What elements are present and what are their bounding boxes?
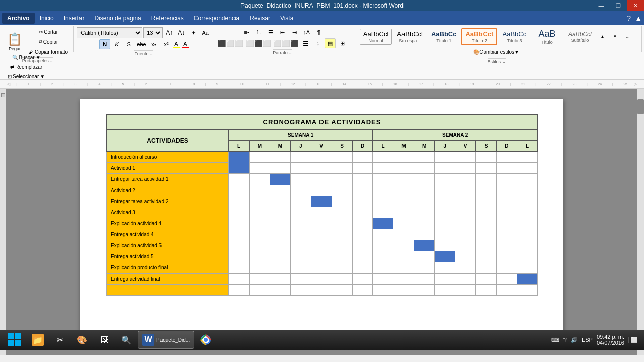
copy-button[interactable]: ⧉Copiar: [26, 37, 70, 46]
grow-font-btn[interactable]: A↑: [164, 28, 175, 38]
bold-btn[interactable]: N: [99, 39, 110, 49]
day-cell: [393, 251, 414, 262]
underline-btn[interactable]: S: [123, 39, 134, 49]
borders-btn[interactable]: ⊞: [337, 38, 348, 48]
cambiar-estilos-icon: 🎨: [473, 49, 479, 55]
bullets-btn[interactable]: ≡•: [241, 27, 252, 37]
strikethrough-btn[interactable]: abc: [135, 39, 147, 49]
font-color-btn[interactable]: A: [182, 41, 189, 48]
multilevel-btn[interactable]: ☰: [265, 27, 276, 37]
keyboard-icon[interactable]: ⌨: [551, 337, 559, 343]
volume-icon[interactable]: 🔊: [571, 337, 578, 343]
day-cell: [435, 152, 455, 163]
day-cell: [290, 207, 311, 218]
align-right-btn[interactable]: ⬜⬜⬛: [273, 38, 299, 48]
styles-scroll-down[interactable]: ▼: [609, 34, 620, 40]
activity-name-cell: Actividad 3: [107, 207, 229, 218]
style-subtitulo[interactable]: AaBbCcl Subtítulo: [564, 29, 595, 44]
menu-revisar[interactable]: Revisar: [245, 13, 275, 24]
highlight-btn[interactable]: A: [173, 41, 180, 48]
maximize-btn[interactable]: ❐: [610, 0, 627, 11]
menu-diseno[interactable]: Diseño de página: [89, 13, 146, 24]
taskbar-image[interactable]: 🖼: [94, 331, 115, 349]
styles-scroll-up[interactable]: ▲: [597, 34, 608, 40]
minimize-btn[interactable]: —: [593, 0, 610, 11]
day-cell: [332, 229, 352, 240]
close-btn[interactable]: ✕: [627, 0, 644, 11]
taskbar-chrome[interactable]: [195, 331, 216, 349]
increase-indent-btn[interactable]: ⇥: [289, 27, 300, 37]
align-left-btn[interactable]: ⬛⬜⬜: [217, 38, 244, 48]
menu-referencias[interactable]: Referencias: [146, 13, 189, 24]
change-case-btn[interactable]: Aa: [200, 28, 211, 38]
font-size-select[interactable]: 13: [143, 27, 163, 38]
shrink-font-btn[interactable]: A↓: [176, 28, 187, 38]
menu-insertar[interactable]: Insertar: [59, 13, 90, 24]
day-cell: [455, 229, 476, 240]
ribbon-minimize-icon[interactable]: ▲: [635, 14, 642, 22]
taskbar: 📁 ✂ 🎨 🖼 🔍 W Paquete_Did... ⌨ ? 🔊 E: [0, 330, 644, 350]
menu-archivo[interactable]: Archivo: [2, 13, 35, 24]
taskbar-explorer[interactable]: 📁: [27, 331, 48, 349]
day-cell: [373, 274, 393, 285]
menu-inicio[interactable]: Inicio: [35, 13, 59, 24]
page-navigator-btn[interactable]: [1, 93, 5, 97]
style-normal[interactable]: AaBbCcl Normal: [360, 29, 392, 45]
style-titulo3[interactable]: AaBbCc Título 3: [499, 29, 530, 45]
day-S1: S: [332, 141, 352, 152]
day-cell: [290, 163, 311, 174]
question-icon[interactable]: ?: [564, 337, 567, 343]
chrome-icon: [200, 334, 212, 346]
language-badge[interactable]: ESP: [582, 337, 593, 343]
taskbar-word[interactable]: W Paquete_Did...: [138, 331, 194, 349]
justify-btn[interactable]: ☰: [300, 38, 311, 48]
day-cell: [497, 174, 517, 185]
day-cell: [229, 240, 250, 251]
activity-name-cell: Entrega actividad 5: [107, 251, 229, 262]
shading-btn[interactable]: ▤: [325, 38, 336, 48]
style-titulo2[interactable]: AaBbCct Título 2: [461, 28, 497, 45]
buscar-btn[interactable]: 🔍 Buscar ▼: [10, 53, 43, 62]
menu-vista[interactable]: Vista: [275, 13, 298, 24]
clear-format-btn[interactable]: ✦: [188, 28, 199, 38]
numbering-btn[interactable]: 1.: [253, 27, 264, 37]
document-page: CRONOGRAMA DE ACTIVIDADES ACTIVIDADES SE…: [80, 99, 564, 345]
styles-expand[interactable]: ⌄: [622, 31, 633, 43]
cut-button[interactable]: ✂Cortar: [26, 27, 70, 36]
font-group: Calibri (Títulos) 13 A↑ A↓ ✦ Aa N K S ab…: [74, 26, 214, 52]
start-button[interactable]: [2, 331, 26, 349]
right-scrollbar[interactable]: [637, 89, 644, 355]
align-center-btn[interactable]: ⬜⬛⬜: [245, 38, 272, 48]
cambiar-estilos-btn[interactable]: 🎨 Cambiar estilos ▼: [471, 47, 522, 57]
day-cell: [290, 174, 311, 185]
line-spacing-btn[interactable]: ↕: [312, 38, 324, 48]
taskbar-scissors[interactable]: ✂: [49, 331, 70, 349]
style-titulo1[interactable]: AaBbCc Título 1: [428, 29, 460, 45]
menubar: Archivo Inicio Insertar Diseño de página…: [0, 11, 644, 25]
decrease-indent-btn[interactable]: ⇤: [277, 27, 288, 37]
italic-btn[interactable]: K: [111, 39, 122, 49]
reemplazar-btn[interactable]: ⇄ Reemplazar: [8, 63, 45, 71]
taskbar-search[interactable]: 🔍: [116, 331, 137, 349]
style-sin-espacio[interactable]: AaBbCcl Sin espa...: [393, 29, 426, 45]
day-cell: [311, 163, 332, 174]
show-hide-btn[interactable]: ¶: [313, 27, 325, 37]
font-name-select[interactable]: Calibri (Títulos): [77, 27, 142, 38]
menu-correspondencia[interactable]: Correspondencia: [189, 13, 245, 24]
editing-group: 🔍 Buscar ▼ ⇄ Reemplazar ⊡ Seleccionar ▼ …: [2, 52, 50, 78]
superscript-btn[interactable]: x²: [160, 39, 172, 49]
show-desktop-btn[interactable]: ⬜: [628, 337, 638, 343]
paste-button[interactable]: 📋 Pegar: [5, 32, 24, 51]
sort-btn[interactable]: ↕A: [301, 27, 312, 37]
activity-name-cell: Entrega actividad 4: [107, 229, 229, 240]
day-L3: L: [517, 141, 537, 152]
help-icon[interactable]: ?: [627, 14, 631, 22]
window-controls[interactable]: — ❐ ✕: [593, 0, 644, 11]
day-cell: [352, 274, 373, 285]
scrollbar-thumb[interactable]: [637, 99, 644, 114]
day-cell: [311, 229, 332, 240]
taskbar-paint[interactable]: 🎨: [71, 331, 93, 349]
style-titulo[interactable]: AaB Título: [531, 27, 562, 46]
svg-rect-2: [8, 340, 14, 346]
subscript-btn[interactable]: x₂: [148, 39, 159, 49]
